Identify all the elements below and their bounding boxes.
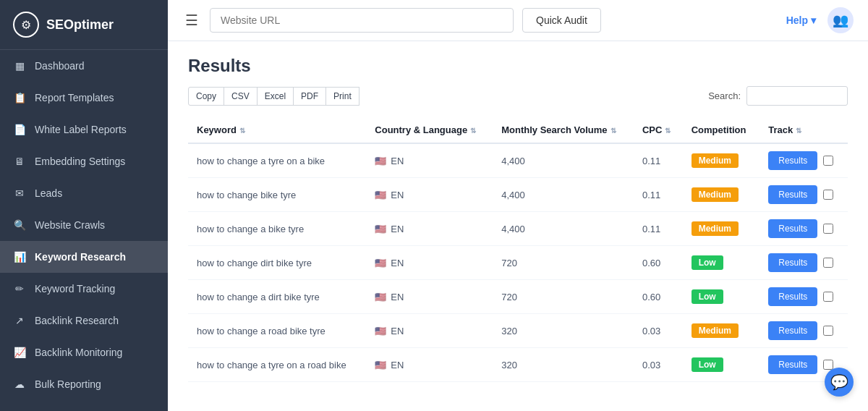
flag-icon: 🇺🇸	[375, 156, 386, 166]
sidebar-item-leads[interactable]: ✉ Leads	[0, 177, 168, 209]
cell-keyword: how to change a dirt bike tyre	[188, 280, 366, 314]
competition-badge: Medium	[692, 153, 739, 168]
toolbar-btn-print[interactable]: Print	[326, 87, 359, 106]
track-checkbox[interactable]	[823, 326, 833, 336]
chat-bubble[interactable]: 💬	[825, 368, 854, 397]
col-header-monthly-search-volume[interactable]: Monthly Search Volume⇅	[493, 117, 634, 143]
cell-country: 🇺🇸 EN	[366, 314, 493, 348]
flag-icon: 🇺🇸	[375, 258, 386, 268]
flag-icon: 🇺🇸	[375, 326, 386, 336]
nav-label-white-label-reports: White Label Reports	[35, 124, 127, 135]
nav-label-backlink-monitoring: Backlink Monitoring	[35, 347, 122, 358]
cell-competition: Low	[683, 246, 760, 280]
logo-icon: ⚙	[13, 12, 39, 38]
sidebar-item-backlink-monitoring[interactable]: 📈 Backlink Monitoring	[0, 336, 168, 368]
nav-icon-backlink-monitoring: 📈	[13, 346, 26, 359]
sort-icon: ⇅	[796, 127, 801, 135]
col-header-cpc[interactable]: CPC⇅	[634, 117, 683, 143]
sidebar-item-keyword-tracking[interactable]: ✏ Keyword Tracking	[0, 273, 168, 305]
table-row: how to change bike tyre 🇺🇸 EN 4,400 0.11…	[188, 178, 848, 212]
nav-label-keyword-tracking: Keyword Tracking	[35, 283, 115, 295]
sidebar-item-embedding-settings[interactable]: 🖥 Embedding Settings	[0, 145, 168, 177]
results-button[interactable]: Results	[768, 219, 817, 238]
results-button[interactable]: Results	[768, 253, 817, 272]
lang-code: EN	[391, 292, 404, 302]
topbar-right: Help ▾ 👥	[786, 7, 854, 33]
cell-cpc: 0.11	[634, 212, 683, 246]
search-wrapper: Search:	[708, 86, 848, 106]
url-input[interactable]	[210, 8, 514, 33]
cell-volume: 720	[493, 246, 634, 280]
track-checkbox[interactable]	[823, 156, 833, 166]
content-area: Results CopyCSVExcelPDFPrint Search: Key…	[168, 41, 868, 411]
lang-code: EN	[391, 360, 404, 370]
sidebar-item-white-label-reports[interactable]: 📄 White Label Reports	[0, 114, 168, 145]
nav-icon-report-templates: 📋	[13, 91, 26, 104]
nav-icon-backlink-research: ↗	[13, 314, 26, 327]
results-button[interactable]: Results	[768, 321, 817, 340]
track-checkbox[interactable]	[823, 190, 833, 200]
col-header-country-&-language[interactable]: Country & Language⇅	[366, 117, 493, 143]
track-checkbox[interactable]	[823, 292, 833, 302]
sort-icon: ⇅	[665, 127, 671, 135]
sidebar-item-backlink-research[interactable]: ↗ Backlink Research	[0, 305, 168, 336]
sidebar-item-keyword-research[interactable]: 📊 Keyword Research	[0, 241, 168, 273]
col-header-keyword[interactable]: Keyword⇅	[188, 117, 366, 143]
page-title: Results	[188, 56, 848, 76]
sidebar-item-report-templates[interactable]: 📋 Report Templates	[0, 82, 168, 114]
nav-icon-white-label-reports: 📄	[13, 123, 26, 136]
sidebar-item-bulk-reporting[interactable]: ☁ Bulk Reporting	[0, 368, 168, 400]
toolbar-btn-csv[interactable]: CSV	[224, 87, 258, 106]
nav-icon-website-crawls: 🔍	[13, 219, 26, 232]
sort-icon: ⇅	[239, 127, 245, 135]
track-checkbox[interactable]	[823, 224, 833, 234]
sort-icon: ⇅	[610, 127, 616, 135]
help-button[interactable]: Help ▾	[786, 14, 816, 26]
users-icon[interactable]: 👥	[827, 7, 854, 33]
sidebar-nav: ▦ Dashboard 📋 Report Templates 📄 White L…	[0, 50, 168, 411]
nav-label-dashboard: Dashboard	[35, 60, 85, 72]
table-body: how to change a tyre on a bike 🇺🇸 EN 4,4…	[188, 143, 848, 382]
nav-icon-dashboard: ▦	[13, 59, 26, 72]
cell-cpc: 0.60	[634, 280, 683, 314]
cell-track: Results	[760, 314, 848, 348]
table-row: how to change a road bike tyre 🇺🇸 EN 320…	[188, 314, 848, 348]
cell-track: Results	[760, 246, 848, 280]
logo-text: SEOptimer	[46, 17, 114, 33]
cell-cpc: 0.60	[634, 246, 683, 280]
toolbar-btn-copy[interactable]: Copy	[188, 87, 224, 106]
results-button[interactable]: Results	[768, 151, 817, 170]
cell-country: 🇺🇸 EN	[366, 246, 493, 280]
cell-competition: Low	[683, 348, 760, 382]
sidebar-item-dashboard[interactable]: ▦ Dashboard	[0, 50, 168, 82]
toolbar-btn-excel[interactable]: Excel	[257, 87, 294, 106]
table-header: Keyword⇅Country & Language⇅Monthly Searc…	[188, 117, 848, 143]
nav-icon-keyword-tracking: ✏	[13, 282, 26, 295]
cell-cpc: 0.11	[634, 178, 683, 212]
track-checkbox[interactable]	[823, 258, 833, 268]
results-button[interactable]: Results	[768, 185, 817, 204]
sidebar-item-website-crawls[interactable]: 🔍 Website Crawls	[0, 209, 168, 241]
cell-track: Results	[760, 143, 848, 178]
nav-label-backlink-research: Backlink Research	[35, 315, 119, 326]
table-row: how to change a bike tyre 🇺🇸 EN 4,400 0.…	[188, 212, 848, 246]
toolbar-btn-pdf[interactable]: PDF	[293, 87, 326, 106]
col-header-competition: Competition	[683, 117, 760, 143]
col-header-track[interactable]: Track⇅	[760, 117, 848, 143]
logo: ⚙ SEOptimer	[0, 0, 168, 50]
nav-label-bulk-reporting: Bulk Reporting	[35, 378, 101, 390]
flag-icon: 🇺🇸	[375, 190, 386, 200]
cell-keyword: how to change a tyre on a road bike	[188, 348, 366, 382]
quick-audit-button[interactable]: Quick Audit	[522, 8, 601, 33]
results-button[interactable]: Results	[768, 287, 817, 306]
cell-keyword: how to change a bike tyre	[188, 212, 366, 246]
table-row: how to change a tyre on a road bike 🇺🇸 E…	[188, 348, 848, 382]
track-checkbox[interactable]	[823, 360, 833, 370]
results-button[interactable]: Results	[768, 355, 817, 374]
search-input[interactable]	[746, 86, 848, 106]
hamburger-button[interactable]: ☰	[182, 9, 201, 32]
competition-badge: Medium	[692, 187, 739, 202]
competition-badge: Low	[692, 289, 723, 304]
header-row: Keyword⇅Country & Language⇅Monthly Searc…	[188, 117, 848, 143]
nav-label-keyword-research: Keyword Research	[35, 251, 126, 263]
